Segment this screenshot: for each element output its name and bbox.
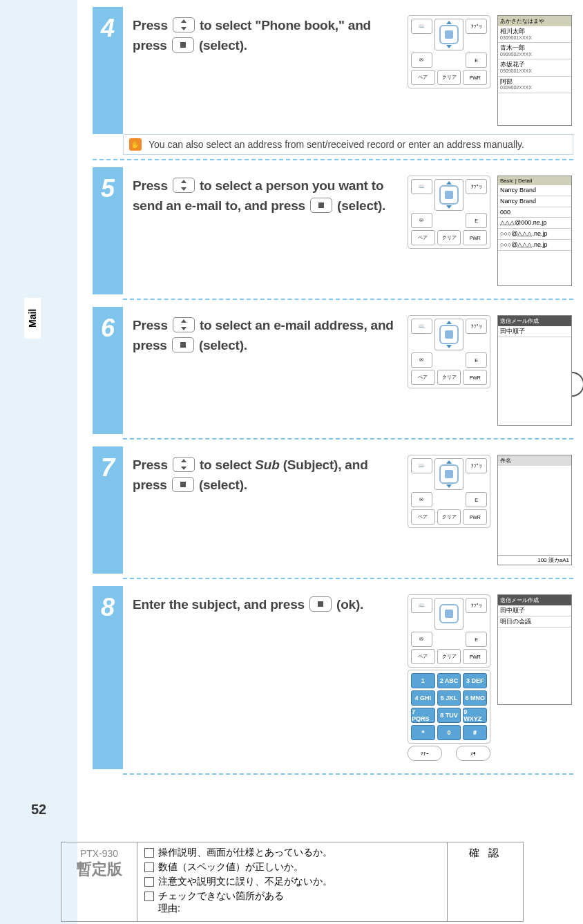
- kp-pair: ペア: [411, 370, 435, 385]
- sub-glyph: Sub: [255, 458, 279, 472]
- step-number: 4: [93, 7, 123, 134]
- phone-screen-4: あかさたなはまや 相川太郎0309001XXXX青木一郎0909002XXXX赤…: [497, 15, 573, 126]
- step-separator: [123, 773, 573, 775]
- kp-mail-icon: ✉: [411, 352, 432, 368]
- review-check-line: 操作説明、画面が仕様とあっているか。: [144, 847, 440, 859]
- screen-row: 明日の会議: [498, 616, 571, 628]
- kp-manner: ﾏﾅｰ: [408, 746, 442, 761]
- dpad-key-icon: [173, 17, 195, 32]
- step-4-text: Press to select "Phone book," and press …: [133, 15, 401, 126]
- step-7-text: Press to select Sub (Subject), and press…: [133, 455, 401, 565]
- center-key-icon: [172, 37, 194, 53]
- kp-book-icon: 📖: [411, 458, 432, 473]
- kp-book-icon: 📖: [411, 179, 432, 194]
- checkbox-icon[interactable]: [144, 848, 154, 858]
- screen-row: △△△@000.ne.jp: [498, 218, 571, 229]
- kp-e-icon: E: [466, 53, 487, 68]
- kp-app-icon: ｱﾌﾟﾘ: [466, 19, 487, 34]
- checkbox-icon[interactable]: [144, 877, 154, 887]
- kp-e-icon: E: [466, 213, 487, 228]
- kp-pwr: PWR: [463, 370, 487, 385]
- screen-row: 赤坂花子0909001XXXX: [498, 59, 571, 76]
- review-check-line: チェックできない箇所がある 理由:: [144, 890, 440, 915]
- review-confirm-label: 確 認: [447, 842, 523, 921]
- kp-e-icon: E: [466, 632, 487, 647]
- screen-row: 阿部0309002XXXX: [498, 77, 571, 93]
- screen-header: 件名: [498, 455, 571, 466]
- phone-screen-5: Basic | Detail Nancy BrandNancy Brand000…: [497, 176, 573, 286]
- center-key-icon: [172, 477, 194, 492]
- keypad-illustration-full: 📖 ｱﾌﾟﾘ ✉ E ペア クリア PWR: [408, 594, 490, 761]
- checkbox-icon[interactable]: [144, 892, 154, 901]
- kp-pair: ペア: [411, 509, 435, 525]
- kp-book-icon: 📖: [411, 319, 432, 334]
- tip-box: ✋ You can also select an address from se…: [123, 134, 573, 155]
- kp-app-icon: ｱﾌﾟﾘ: [466, 458, 487, 473]
- numpad-key: ＃: [463, 725, 487, 740]
- dpad-key-icon: [173, 317, 195, 332]
- keypad-illustration: 📖 ｱﾌﾟﾘ ✉ E ペア クリア PWR: [408, 176, 490, 286]
- kp-e-icon: E: [466, 352, 487, 368]
- kp-memo: ﾒﾓ: [456, 746, 490, 761]
- kp-e-icon: E: [466, 492, 487, 507]
- review-check-text: チェックできない箇所がある 理由:: [158, 890, 284, 915]
- numpad-key: 0: [437, 725, 461, 740]
- step-number: 7: [93, 446, 123, 574]
- step-4: 4 Press to select "Phone book," and pres…: [93, 7, 573, 134]
- step-separator: [93, 159, 573, 160]
- keypad-illustration: 📖 ｱﾌﾟﾘ ✉ E ペア クリア PWR: [408, 315, 490, 426]
- numpad-key: 2 ABC: [437, 673, 461, 688]
- kp-app-icon: ｱﾌﾟﾘ: [466, 179, 487, 194]
- step-5-text: Press to select a person you want to sen…: [133, 176, 401, 286]
- step-6-text: Press to select an e-mail address, and p…: [133, 315, 401, 426]
- kp-mail-icon: ✉: [411, 492, 432, 507]
- tip-text: You can also select an address from sent…: [149, 139, 524, 150]
- kp-book-icon: 📖: [411, 19, 432, 34]
- text-fragment: Press: [133, 18, 171, 32]
- text-fragment: (select).: [199, 338, 247, 352]
- step-number: 6: [93, 307, 123, 434]
- screen-row: ○○○@△△△.ne.jp: [498, 229, 571, 240]
- review-check-line: 注意文や説明文に誤り、不足がないか。: [144, 876, 440, 888]
- step-separator: [123, 438, 573, 440]
- dpad-key-icon: [173, 457, 195, 472]
- text-fragment: Press: [133, 318, 171, 332]
- numpad-key: ＊: [411, 725, 435, 740]
- review-model: PTX-930: [66, 848, 133, 859]
- text-fragment: Press: [133, 178, 171, 193]
- numpad-key: 9 WXYZ: [463, 708, 487, 723]
- text-fragment: (ok).: [336, 597, 363, 612]
- text-fragment: (select).: [199, 38, 247, 53]
- numpad-key: 3 DEF: [463, 673, 487, 688]
- step-8-text: Enter the subject, and press (ok).: [133, 594, 401, 761]
- kp-pwr: PWR: [463, 70, 487, 85]
- screen-header: 送信メール作成: [498, 316, 571, 326]
- kp-clear: クリア: [437, 509, 461, 525]
- screen-row: 田中順子: [498, 605, 571, 616]
- screen-footer: 100 漢カaA1: [498, 555, 571, 565]
- step-separator: [123, 299, 573, 300]
- kp-mail-icon: ✉: [411, 53, 432, 68]
- numpad-key: 4 GHI: [411, 690, 435, 706]
- review-provisional: 暫定版: [66, 859, 133, 880]
- step-number: 8: [93, 586, 123, 769]
- review-check-text: 注意文や説明文に誤り、不足がないか。: [158, 876, 332, 888]
- kp-app-icon: ｱﾌﾟﾘ: [466, 319, 487, 334]
- screen-row: 000: [498, 207, 571, 218]
- kp-dpad: [434, 598, 463, 630]
- review-check-text: 操作説明、画面が仕様とあっているか。: [158, 847, 332, 859]
- screen-row: 相川太郎0309001XXXX: [498, 26, 571, 43]
- screen-header: あかさたなはまや: [498, 16, 571, 26]
- kp-mail-icon: ✉: [411, 213, 432, 228]
- text-fragment: (select).: [199, 478, 247, 492]
- text-fragment: (select).: [337, 198, 385, 213]
- kp-dpad: [434, 179, 463, 211]
- numpad-key: 8 TUV: [437, 708, 461, 723]
- screen-row: Nancy Brand: [498, 196, 571, 207]
- review-check-text: 数値（スペック値）が正しいか。: [158, 861, 303, 874]
- center-key-icon: [172, 337, 194, 352]
- kp-clear: クリア: [437, 70, 461, 85]
- tip-icon: ✋: [129, 138, 142, 151]
- checkbox-icon[interactable]: [144, 862, 154, 872]
- text-fragment: Press: [133, 458, 171, 472]
